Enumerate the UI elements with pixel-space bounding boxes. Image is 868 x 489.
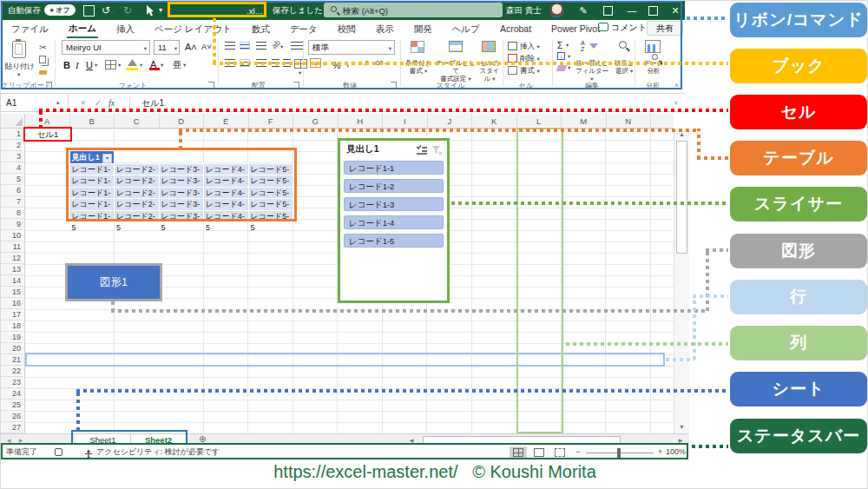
row-header-1[interactable]: 1 xyxy=(1,129,23,140)
row-header-22[interactable]: 22 xyxy=(1,366,23,377)
connector-sheet xyxy=(76,392,80,431)
row-header-15[interactable]: 15 xyxy=(1,287,23,298)
annotation-label-cell: セル xyxy=(730,95,867,129)
column-header-D[interactable]: D xyxy=(160,114,205,129)
highlight-frame-slicer xyxy=(338,138,450,303)
hscroll-left-icon[interactable]: ◀ xyxy=(407,437,416,443)
connector-shape xyxy=(111,309,708,313)
column-header-K[interactable]: K xyxy=(472,114,517,129)
annotation-label-book: ブック xyxy=(730,49,867,83)
sheet-prev-icon[interactable]: ◀ xyxy=(4,437,13,443)
column-header-F[interactable]: F xyxy=(249,114,294,129)
annotated-excel-screenshot: 自動保存 ● オフ ↺▾ ↻▾ ▾ .xl… 保存しました ▾ 検索 (Alt+… xyxy=(0,0,868,489)
row-header-21[interactable]: 21 xyxy=(1,354,23,366)
connector-cell xyxy=(39,109,728,112)
highlight-frame-cell xyxy=(23,127,72,142)
row-header-13[interactable]: 13 xyxy=(1,264,23,275)
row-header-3[interactable]: 3 xyxy=(1,151,23,162)
row-header-5[interactable]: 5 xyxy=(1,174,23,185)
connector-statusbar xyxy=(692,445,728,448)
row-header-11[interactable]: 11 xyxy=(1,241,23,253)
column-header-M[interactable]: M xyxy=(562,114,607,129)
connector-row xyxy=(666,358,694,361)
hscroll-right-icon[interactable]: ▶ xyxy=(676,437,685,443)
row-header-17[interactable]: 17 xyxy=(1,309,23,320)
vertical-scroll-thumb[interactable] xyxy=(676,141,687,254)
highlight-frame-ribbon xyxy=(1,1,682,89)
connector-ribbon xyxy=(687,17,728,20)
connector-table xyxy=(179,131,182,149)
row-header-20[interactable]: 20 xyxy=(1,343,23,354)
connector-table xyxy=(697,156,728,160)
row-header-14[interactable]: 14 xyxy=(1,275,23,287)
highlight-frame-column xyxy=(516,128,563,433)
column-header-J[interactable]: J xyxy=(428,114,473,129)
annotation-label-shape: 図形 xyxy=(730,234,867,268)
column-header-B[interactable]: B xyxy=(70,114,115,129)
caption: https://excel-master.net/ © Koushi Morit… xyxy=(1,462,868,482)
annotation-label-ribbon: リボン/コマンド xyxy=(730,3,867,37)
row-headers: 1234567891011121314151617181920212223242… xyxy=(1,129,25,433)
caption-credit: © Koushi Morita xyxy=(472,462,596,481)
annotation-label-sheet: シート xyxy=(730,372,867,406)
highlight-frame-book xyxy=(168,2,266,17)
row-header-23[interactable]: 23 xyxy=(1,377,23,388)
connector-slicer xyxy=(451,202,728,205)
row-header-6[interactable]: 6 xyxy=(1,185,23,196)
highlight-frame-statusbar xyxy=(1,443,688,459)
row-header-8[interactable]: 8 xyxy=(1,208,23,219)
row-header-4[interactable]: 4 xyxy=(1,162,23,174)
connector-sheet xyxy=(76,389,728,393)
column-header-L[interactable]: L xyxy=(517,114,562,129)
column-header-G[interactable]: G xyxy=(293,114,339,129)
row-header-27[interactable]: 27 xyxy=(1,422,23,433)
sheet-next-icon[interactable]: ▶ xyxy=(16,437,25,443)
scroll-down-icon[interactable]: ▼ xyxy=(674,424,689,430)
connector-shape xyxy=(706,248,728,252)
connector-book xyxy=(213,15,216,63)
row-header-2[interactable]: 2 xyxy=(1,140,23,151)
column-header-H[interactable]: H xyxy=(339,114,384,129)
connector-row xyxy=(693,294,728,298)
column-header-E[interactable]: E xyxy=(204,114,249,129)
scroll-up-icon[interactable]: ▲ xyxy=(674,131,689,137)
column-header-N[interactable]: N xyxy=(607,114,652,129)
connector-column xyxy=(566,342,728,346)
row-header-24[interactable]: 24 xyxy=(1,388,23,400)
caption-url: https://excel-master.net/ xyxy=(273,462,457,481)
highlight-frame-table xyxy=(66,148,297,221)
vertical-scrollbar[interactable]: ▲ ▼ xyxy=(674,129,689,433)
row-header-9[interactable]: 9 xyxy=(1,219,23,230)
select-all-corner[interactable] xyxy=(1,114,25,129)
connector-row xyxy=(693,295,696,360)
column-header-C[interactable]: C xyxy=(115,114,160,129)
connector-cell xyxy=(39,110,43,129)
connector-table xyxy=(697,129,700,159)
highlight-frame-shape xyxy=(65,263,162,301)
row-header-26[interactable]: 26 xyxy=(1,411,23,422)
connector-shape xyxy=(706,249,709,311)
column-headers: ABCDEFGHIJKLMN xyxy=(25,114,674,129)
expand-formula-bar-icon[interactable]: ˅ xyxy=(674,100,678,106)
row-header-12[interactable]: 12 xyxy=(1,253,23,264)
row-header-19[interactable]: 19 xyxy=(1,332,23,343)
row-header-10[interactable]: 10 xyxy=(1,230,23,241)
highlight-frame-row xyxy=(25,353,665,367)
row-header-25[interactable]: 25 xyxy=(1,400,23,411)
annotation-label-slicer: スライサー xyxy=(730,187,867,221)
column-header-I[interactable]: I xyxy=(383,114,428,129)
annotation-label-table: テーブル xyxy=(730,141,867,175)
row-header-18[interactable]: 18 xyxy=(1,320,23,332)
connector-table xyxy=(179,129,700,132)
connector-book xyxy=(213,62,728,65)
annotation-label-row: 行 xyxy=(730,280,867,314)
annotation-label-statusbar: ステータスバー xyxy=(730,419,867,453)
annotation-label-column: 列 xyxy=(730,326,867,360)
row-header-7[interactable]: 7 xyxy=(1,196,23,208)
row-header-16[interactable]: 16 xyxy=(1,298,23,309)
